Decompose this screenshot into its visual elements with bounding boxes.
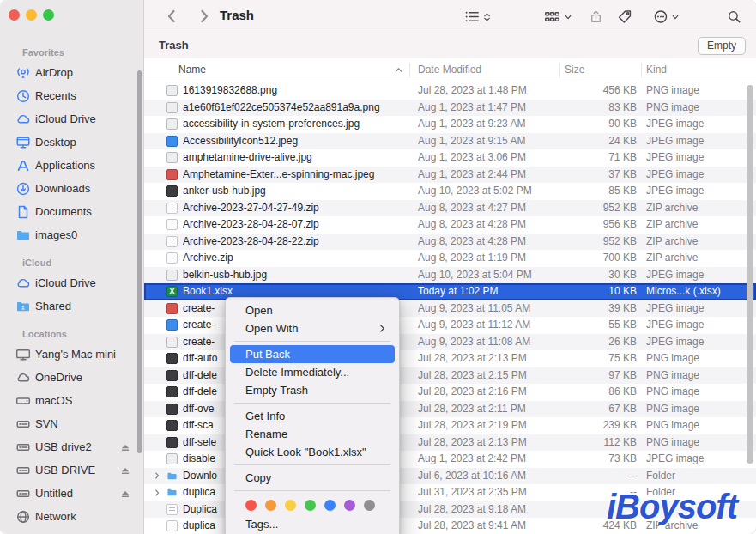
file-row[interactable]: Archive-2023-28-04-28-22.zipAug 8, 2023 … xyxy=(144,234,756,251)
window-title: Trash xyxy=(220,8,254,22)
forward-button[interactable] xyxy=(196,8,213,25)
menu-item-delete-immediately[interactable]: Delete Immediately... xyxy=(230,363,395,381)
sidebar-item-shared[interactable]: Shared xyxy=(5,294,136,318)
disclosure-chevron-icon[interactable] xyxy=(153,488,161,497)
file-size: -- xyxy=(541,468,637,485)
file-kind: JPEG image xyxy=(646,133,751,150)
group-chevron[interactable] xyxy=(564,13,572,21)
sidebar-item-images0[interactable]: images0 xyxy=(5,223,136,246)
sidebar-item-usb-drive2[interactable]: USB drive2 xyxy=(5,435,136,458)
column-divider[interactable] xyxy=(409,63,410,77)
more-chevron[interactable] xyxy=(671,13,680,21)
sidebar-item-icloud-drive[interactable]: iCloud Drive xyxy=(5,271,136,294)
tag-color-dot[interactable] xyxy=(344,500,355,511)
column-header-size[interactable]: Size xyxy=(565,64,584,76)
sidebar-item-airdrop[interactable]: AirDrop xyxy=(5,61,136,84)
close-window-button[interactable] xyxy=(9,9,20,21)
img-blue-file-icon xyxy=(166,136,178,147)
empty-trash-button[interactable]: Empty xyxy=(698,37,746,55)
more-actions-button[interactable] xyxy=(653,9,668,25)
eject-icon[interactable] xyxy=(119,441,131,453)
sidebar-item-documents[interactable]: Documents xyxy=(5,200,136,223)
file-date: Aug 1, 2023 at 9:15 AM xyxy=(418,133,555,150)
desktop-icon xyxy=(15,135,31,150)
tag-color-dot[interactable] xyxy=(324,500,336,511)
group-button[interactable] xyxy=(544,9,560,25)
sidebar-scrollbar[interactable] xyxy=(137,70,142,453)
file-row[interactable]: anker-usb-hub.jpgAug 10, 2023 at 5:02 PM… xyxy=(144,183,756,200)
search-button[interactable] xyxy=(727,9,741,25)
file-row[interactable]: Archive-2023-28-04-28-07.zipAug 8, 2023 … xyxy=(144,216,756,234)
sidebar-item-network[interactable]: Network xyxy=(5,505,136,528)
sidebar-item-untitled[interactable]: Untitled xyxy=(5,482,136,505)
menu-item-get-info[interactable]: Get Info xyxy=(230,407,395,425)
column-divider[interactable] xyxy=(559,63,560,77)
chevron-right-icon xyxy=(196,8,213,25)
tag-color-dot[interactable] xyxy=(265,500,276,511)
img-dark-file-icon xyxy=(166,404,178,415)
menu-item-put-back[interactable]: Put Back xyxy=(230,345,395,363)
menu-item-open-with[interactable]: Open With xyxy=(230,319,395,337)
img-light-file-icon xyxy=(166,453,178,464)
file-row[interactable]: accessibility-in-system-preferences.jpgA… xyxy=(144,116,756,133)
file-row[interactable]: AccessibilityIcon512.jpegAug 1, 2023 at … xyxy=(144,133,756,150)
file-row[interactable]: amphetamine-drive-alive.jpgAug 1, 2023 a… xyxy=(144,149,756,167)
sidebar-item-recents[interactable]: Recents xyxy=(5,84,136,107)
tag-color-dot[interactable] xyxy=(305,500,316,511)
img-red-file-icon xyxy=(166,169,178,180)
sidebar-item-downloads[interactable]: Downloads xyxy=(5,177,136,200)
minimize-window-button[interactable] xyxy=(26,9,37,21)
file-size: 24 KB xyxy=(541,133,637,150)
sidebar-item-svn[interactable]: SVN xyxy=(5,412,136,435)
back-button[interactable] xyxy=(163,8,180,25)
menu-item-copy[interactable]: Copy xyxy=(230,469,395,487)
zoom-window-button[interactable] xyxy=(43,9,54,21)
file-date: Aug 1, 2023 at 2:42 PM xyxy=(418,451,555,468)
eject-icon[interactable] xyxy=(119,488,131,500)
file-row[interactable]: belkin-usb-hub.jpgAug 10, 2023 at 5:04 P… xyxy=(144,267,756,284)
column-header-kind[interactable]: Kind xyxy=(646,64,667,76)
tag-color-dot[interactable] xyxy=(364,500,375,511)
menu-item-tags[interactable]: Tags... xyxy=(230,515,395,533)
file-row[interactable]: Amphetamine-Exter...e-spinning-mac.jpegA… xyxy=(144,167,756,184)
file-row[interactable]: 1613919832688.pngJul 28, 2023 at 1:48 PM… xyxy=(144,82,756,100)
share-button[interactable] xyxy=(589,9,603,25)
sidebar-item-onedrive[interactable]: OneDrive xyxy=(5,366,136,389)
sidebar-item-label: Untitled xyxy=(35,487,73,500)
column-header-name[interactable]: Name xyxy=(178,64,206,76)
file-row[interactable]: Archive-2023-27-04-27-49.zipAug 8, 2023 … xyxy=(144,200,756,217)
menu-item-open[interactable]: Open xyxy=(230,301,395,319)
list-scrollbar[interactable] xyxy=(747,85,753,464)
file-date: Jul 28, 2023 at 2:15 PM xyxy=(418,367,555,385)
tag-color-dot[interactable] xyxy=(285,500,296,511)
sidebar-item-yang-s-mac-mini[interactable]: Yang's Mac mini xyxy=(5,343,136,366)
sidebar-item-applications[interactable]: Applications xyxy=(5,154,136,177)
tag-color-dot[interactable] xyxy=(245,500,257,511)
chevron-down-icon xyxy=(671,13,680,21)
file-row[interactable]: a1e60f61ef022ce505374e52aa891a9a.pngAug … xyxy=(144,100,756,117)
tags-button[interactable] xyxy=(617,9,632,25)
sidebar-item-desktop[interactable]: Desktop xyxy=(5,130,136,154)
file-date: Aug 10, 2023 at 5:04 PM xyxy=(418,267,555,284)
sidebar-item-icloud-drive[interactable]: iCloud Drive xyxy=(5,107,136,130)
menu-item-quick-look-book1-xlsx[interactable]: Quick Look "Book1.xlsx" xyxy=(230,443,395,461)
eject-icon[interactable] xyxy=(119,464,131,476)
menu-item-empty-trash[interactable]: Empty Trash xyxy=(230,381,395,399)
column-header-date[interactable]: Date Modified xyxy=(418,64,481,76)
disclosure-chevron-icon[interactable] xyxy=(153,471,161,480)
menu-item-rename[interactable]: Rename xyxy=(230,425,395,443)
file-size: 456 KB xyxy=(541,82,637,100)
view-mode-button[interactable] xyxy=(463,9,481,25)
img-dark-file-icon xyxy=(166,353,178,364)
file-size: 10 KB xyxy=(541,283,637,300)
file-row[interactable]: Archive.zipAug 8, 2023 at 1:19 PM700 KBZ… xyxy=(144,250,756,267)
sidebar-item-label: USB drive2 xyxy=(35,440,92,453)
location-label: Trash xyxy=(159,39,189,52)
view-mode-stepper[interactable] xyxy=(482,11,492,23)
sidebar-item-usb-drive[interactable]: USB DRIVE xyxy=(5,458,136,482)
clock-icon xyxy=(15,88,31,104)
sidebar: FavoritesAirDropRecentsiCloud DriveDeskt… xyxy=(0,0,144,534)
sidebar-item-macos[interactable]: macOS xyxy=(5,389,136,412)
sort-ascending-icon xyxy=(394,65,403,75)
column-divider[interactable] xyxy=(641,63,642,77)
